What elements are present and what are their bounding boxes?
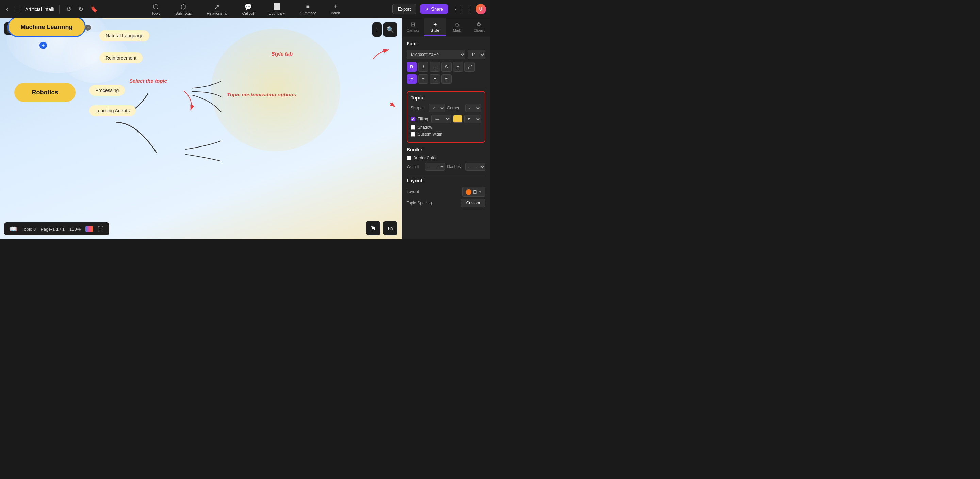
fn-button[interactable]: Fn (383, 221, 398, 235)
layout-row: Layout ⬤ ⊞ ▼ (407, 187, 485, 196)
layout-section-title: Layout (407, 178, 485, 183)
font-family-row: Microsoft YaHei 14 (407, 50, 485, 59)
app-title: Artificial Intelli (25, 6, 54, 12)
dashes-select[interactable]: —— (466, 163, 485, 171)
tool-boundary[interactable]: ⬜ Boundary (266, 2, 288, 17)
text-color-button[interactable]: A (453, 62, 463, 72)
border-color-checkbox[interactable] (407, 156, 411, 160)
robotics-node-text: Robotics (32, 89, 58, 96)
top-bar-left: ‹ ☰ Artificial Intelli ↺ ↻ 🔖 (4, 4, 100, 14)
tool-topic[interactable]: ⬡ Topic (149, 2, 163, 17)
top-bar-right: Export ✦ Share ⋮⋮⋮ U (392, 4, 486, 14)
mark-tab-icon: ◇ (455, 21, 459, 27)
sub-node-reinforcement-text: Reinforcement (105, 55, 137, 61)
border-section: Border Border Color Weight —— Dashes —— (407, 147, 485, 171)
layout-icon: ⬤ (466, 188, 472, 195)
robotics-node[interactable]: Robotics (14, 83, 76, 102)
redo-button[interactable]: ↻ (76, 4, 86, 14)
shadow-checkbox[interactable] (411, 125, 415, 130)
align-right-button[interactable]: ≡ (430, 74, 440, 84)
layout-select[interactable]: ⬤ ⊞ ▼ (463, 187, 485, 196)
tool-summary[interactable]: ≡ Summary (297, 2, 318, 16)
sub-node-nl[interactable]: Natural Language (99, 30, 150, 41)
ml-node-text: Machine Learning (21, 24, 73, 31)
italic-button[interactable]: I (418, 62, 428, 72)
align-center-button[interactable]: ≡ (418, 74, 428, 84)
tool-callout[interactable]: 💬 Callout (240, 2, 256, 17)
custom-spacing-button[interactable]: Custom (461, 199, 485, 208)
border-section-title: Border (407, 147, 485, 152)
corner-select[interactable]: ⌐ (466, 104, 482, 112)
custom-width-label: Custom width (417, 132, 442, 137)
tool-insert[interactable]: + Insert (328, 2, 343, 16)
weight-label: Weight (407, 164, 423, 169)
ml-node[interactable]: Machine Learning (8, 18, 86, 37)
fill-color-dropdown[interactable]: ▼ (465, 115, 481, 123)
sub-node-dil[interactable]: Deep Intelligent Learning (99, 18, 165, 19)
tab-clipart[interactable]: ✿ Clipart (468, 18, 490, 36)
align-row: ≡ ≡ ≡ ≡ (407, 74, 485, 84)
topic-section-title: Topic (411, 95, 481, 101)
shape-select[interactable]: ○ (429, 104, 445, 112)
tool-subtopic-label: Sub Topic (175, 11, 192, 15)
fill-color-swatch[interactable] (453, 115, 463, 123)
share-icon: ✦ (425, 6, 429, 11)
mouse-button[interactable]: 🖱 (366, 221, 380, 235)
shape-row: Shape ○ Corner ⌐ (411, 104, 481, 112)
strikethrough-button[interactable]: S (441, 62, 452, 72)
shadow-label: Shadow (417, 125, 432, 130)
weight-select[interactable]: —— (425, 163, 445, 171)
collapse-ml-button[interactable]: − (85, 24, 91, 31)
align-justify-button[interactable]: ≡ (441, 74, 452, 84)
custom-width-checkbox[interactable] (411, 132, 415, 137)
share-button[interactable]: ✦ Share (420, 5, 449, 14)
font-family-select[interactable]: Microsoft YaHei (407, 50, 466, 59)
menu-button[interactable]: ☰ (13, 4, 22, 14)
tab-canvas[interactable]: ⊞ Canvas (402, 18, 424, 36)
back-button[interactable]: ‹ (4, 4, 10, 14)
export-button[interactable]: Export (392, 4, 417, 14)
canvas-area[interactable]: ▭ ☰ ‹ 🔍 Artificial Intelligen (0, 18, 401, 240)
panel-tabs: ⊞ Canvas ✦ Style ◇ Mark ✿ Clipart (402, 18, 490, 36)
bookmark-button[interactable]: 🔖 (88, 4, 100, 14)
highlight-button[interactable]: 🖊 (465, 62, 475, 72)
topic-icon: ⬡ (153, 3, 159, 11)
divider (59, 5, 60, 13)
separator-2 (407, 175, 485, 175)
fullscreen-icon[interactable]: ⛶ (98, 225, 104, 233)
book-icon[interactable]: 📖 (10, 225, 17, 233)
tab-style[interactable]: ✦ Style (424, 18, 446, 36)
filling-row: Filling — ▼ (411, 115, 481, 123)
align-left-button[interactable]: ≡ (407, 74, 417, 84)
search-button[interactable]: 🔍 (383, 22, 398, 37)
tab-clipart-label: Clipart (474, 28, 485, 32)
callout-icon: 💬 (244, 3, 252, 11)
font-size-select[interactable]: 14 (468, 50, 485, 59)
sub-node-agents[interactable]: Learning Agents (89, 105, 136, 116)
expand-panel-button[interactable]: ‹ (372, 22, 382, 37)
tab-mark[interactable]: ◇ Mark (446, 18, 468, 36)
filling-checkbox[interactable] (411, 117, 415, 121)
underline-button[interactable]: U (430, 62, 440, 72)
style-tab-annotation: Style tab (271, 51, 293, 57)
layout-label: Layout (407, 189, 423, 194)
filling-label: Filling (417, 117, 428, 121)
tool-summary-label: Summary (300, 11, 316, 15)
sub-node-agents-text: Learning Agents (95, 108, 130, 113)
bold-button[interactable]: B (407, 62, 417, 72)
undo-button[interactable]: ↺ (64, 4, 73, 14)
tool-subtopic[interactable]: ⬡ Sub Topic (172, 2, 194, 17)
sub-node-reinforcement[interactable]: Reinforcement (99, 53, 143, 63)
mindmap-container: Artificial Intelligence Machine Learning… (0, 18, 157, 134)
add-node-button[interactable]: + (40, 42, 47, 49)
tool-relationship[interactable]: ↗ Relationship (204, 2, 230, 17)
sub-node-processing[interactable]: Processing (89, 85, 125, 96)
insert-icon: + (334, 3, 337, 10)
right-panel: ⊞ Canvas ✦ Style ◇ Mark ✿ Clipart Font (401, 18, 490, 240)
layout-chevron: ▼ (479, 190, 482, 194)
dashes-label: Dashes (447, 164, 463, 169)
fill-style-select[interactable]: — (431, 115, 451, 123)
layout-tree-icon: ⊞ (473, 189, 477, 195)
grid-button[interactable]: ⋮⋮⋮ (452, 5, 472, 13)
layout-section: Layout Layout ⬤ ⊞ ▼ Topic Spacing Custom (407, 178, 485, 208)
